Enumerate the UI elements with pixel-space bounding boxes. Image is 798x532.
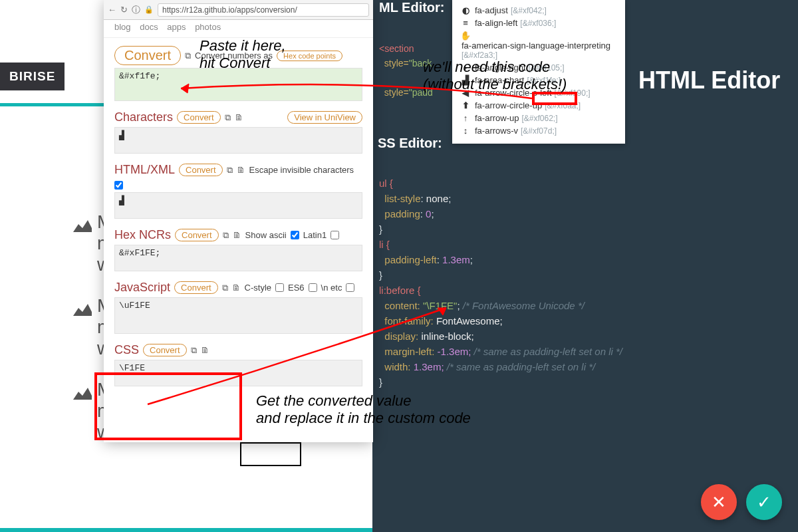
cancel-button[interactable]: ✕ <box>701 484 737 520</box>
netc-label: \n etc <box>321 283 342 293</box>
convert-button[interactable]: Convert <box>179 164 223 176</box>
area-chart-icon <box>73 299 92 321</box>
convert-button-main[interactable]: Convert <box>114 46 181 65</box>
hex-codepoints-button[interactable]: Hex code points <box>277 51 342 61</box>
html-output[interactable]: ▟ <box>114 192 362 219</box>
hex-output[interactable]: &#xF1FE; <box>114 245 362 271</box>
svg-marker-1 <box>73 304 92 316</box>
show-ascii-label: Show ascii <box>245 230 287 240</box>
close-icon: ✕ <box>712 492 726 513</box>
es6-checkbox[interactable] <box>309 283 317 292</box>
lock-icon: 🔒 <box>144 5 154 14</box>
arrow-paste <box>174 72 533 105</box>
section-js: JavaScript <box>114 281 170 295</box>
arrow-css-value <box>144 306 450 406</box>
reload-icon[interactable]: ↻ <box>120 5 128 15</box>
doc-icon[interactable]: 🗎 <box>237 165 245 175</box>
nav-photos[interactable]: photos <box>195 22 221 32</box>
converter-topnav: blog docs apps photos <box>104 20 373 38</box>
section-css: CSS <box>114 343 139 357</box>
highlight-fa-code <box>532 92 577 105</box>
fa-list-item[interactable]: ✋fa-american-sign-language-interpreting[… <box>459 29 618 61</box>
svg-marker-2 <box>73 388 92 400</box>
copy-icon[interactable]: ⧉ <box>222 283 228 293</box>
convert-button[interactable]: Convert <box>177 111 221 124</box>
nav-blog[interactable]: blog <box>114 22 131 32</box>
doc-icon[interactable]: 🗎 <box>232 283 241 293</box>
fa-list-item[interactable]: ↕fa-arrows-v[&#xf07d;] <box>459 124 618 137</box>
area-chart-icon <box>73 215 92 237</box>
arrows-v-icon: ↕ <box>459 126 472 136</box>
css-editor-label: SS Editor: <box>378 136 442 151</box>
html-editor-title-big: HTML Editor <box>638 66 780 94</box>
netc-checkbox[interactable] <box>346 283 354 292</box>
fa-list-item[interactable]: ↑fa-arrow-up[&#xf062;] <box>459 112 618 124</box>
svg-marker-0 <box>73 220 92 232</box>
es6-label: ES6 <box>288 283 305 293</box>
view-uniview-button[interactable]: View in UniView <box>287 111 362 124</box>
show-ascii-checkbox[interactable] <box>291 231 299 239</box>
latin1-checkbox[interactable] <box>331 231 339 239</box>
cstyle-label: C-style <box>245 283 271 293</box>
html-editor-label: ML Editor: <box>379 0 445 15</box>
magnifier-box <box>240 442 301 466</box>
section-hex: Hex NCRs <box>114 228 171 242</box>
svg-marker-3 <box>181 84 189 93</box>
adjust-icon: ◐ <box>459 5 472 15</box>
logo-birise: BIRISE <box>0 63 65 90</box>
asl-icon: ✋ <box>459 31 472 41</box>
back-icon[interactable]: ← <box>108 5 116 15</box>
convert-button[interactable]: Convert <box>175 229 219 241</box>
nav-apps[interactable]: apps <box>167 22 186 32</box>
copy-icon[interactable]: ⧉ <box>227 165 233 176</box>
copy-icon[interactable]: ⧉ <box>185 51 191 61</box>
latin1-label: Latin1 <box>303 230 327 240</box>
arrow-up-icon: ↑ <box>459 113 472 123</box>
browser-address-bar: ← ↻ ⓘ 🔒 https://r12a.github.io/apps/conv… <box>104 0 373 20</box>
section-characters: Characters <box>114 110 173 124</box>
copy-icon[interactable]: ⧉ <box>225 112 231 123</box>
annotation-paste: Paste it here,hit Convert <box>200 37 286 72</box>
area-chart-icon <box>73 383 92 404</box>
confirm-button[interactable]: ✓ <box>746 484 782 520</box>
info-icon[interactable]: ⓘ <box>132 4 140 16</box>
nav-docs[interactable]: docs <box>140 22 158 32</box>
escape-invisible-label: Escape invisible characters <box>249 165 354 175</box>
fa-list-item[interactable]: ≡fa-align-left[&#xf036;] <box>459 17 618 29</box>
check-icon: ✓ <box>757 492 771 513</box>
section-html: HTML/XML <box>114 163 175 177</box>
copy-icon[interactable]: ⧉ <box>223 230 229 241</box>
escape-invisible-checkbox[interactable] <box>114 181 123 190</box>
doc-icon[interactable]: 🗎 <box>233 230 241 240</box>
address-url[interactable]: https://r12a.github.io/apps/conversion/ <box>158 3 369 17</box>
align-left-icon: ≡ <box>459 18 472 28</box>
cstyle-checkbox[interactable] <box>275 283 284 292</box>
svg-marker-4 <box>438 308 446 315</box>
convert-button[interactable]: Convert <box>174 281 218 294</box>
fa-list-item[interactable]: ◐fa-adjust[&#xf042;] <box>459 4 618 17</box>
characters-output[interactable]: ▟ <box>114 127 362 154</box>
doc-icon[interactable]: 🗎 <box>235 112 243 122</box>
divider-teal-bottom <box>0 528 372 532</box>
